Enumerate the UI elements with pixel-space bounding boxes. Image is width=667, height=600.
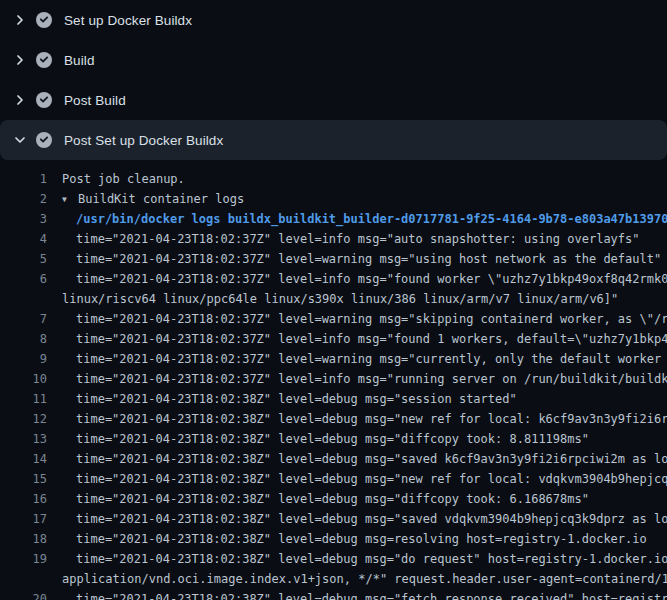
log-group-label[interactable]: BuildKit container logs — [78, 192, 244, 206]
log-line: 16time="2021-04-23T18:02:38Z" level=debu… — [0, 489, 667, 509]
log-line-number — [0, 569, 47, 589]
log-line-text: time="2021-04-23T18:02:38Z" level=debug … — [47, 409, 667, 429]
log-line: 8time="2021-04-23T18:02:37Z" level=info … — [0, 329, 667, 349]
log-line-text: time="2021-04-23T18:02:38Z" level=debug … — [47, 429, 667, 449]
check-circle-icon — [36, 12, 52, 28]
step-header-post-build[interactable]: Post Build — [0, 80, 667, 120]
check-circle-icon — [36, 132, 52, 148]
log-line-text: time="2021-04-23T18:02:38Z" level=debug … — [47, 449, 667, 469]
log-line-number[interactable]: 11 — [0, 389, 47, 409]
log-line-text: time="2021-04-23T18:02:37Z" level=warnin… — [47, 249, 667, 269]
log-line-number[interactable]: 7 — [0, 309, 47, 329]
log-line: 11time="2021-04-23T18:02:38Z" level=debu… — [0, 389, 667, 409]
log-line: 6time="2021-04-23T18:02:37Z" level=info … — [0, 269, 667, 289]
log-line-text: time="2021-04-23T18:02:38Z" level=debug … — [47, 589, 667, 600]
log-line-number[interactable]: 12 — [0, 409, 47, 429]
log-line-text: time="2021-04-23T18:02:37Z" level=info m… — [47, 369, 667, 389]
log-line: 14time="2021-04-23T18:02:38Z" level=debu… — [0, 449, 667, 469]
step-label: Build — [64, 53, 95, 68]
check-circle-icon — [36, 92, 52, 108]
log-line-text: time="2021-04-23T18:02:37Z" level=warnin… — [47, 349, 667, 369]
log-line-text: application/vnd.oci.image.index.v1+json,… — [47, 569, 667, 589]
log-line-text: /usr/bin/docker logs buildx_buildkit_bui… — [47, 209, 667, 229]
log-line-text: time="2021-04-23T18:02:38Z" level=debug … — [47, 469, 667, 489]
log-line-number[interactable]: 14 — [0, 449, 47, 469]
log-line-text: time="2021-04-23T18:02:37Z" level=info m… — [47, 329, 667, 349]
log-line-number[interactable]: 5 — [0, 249, 47, 269]
log-line-text: time="2021-04-23T18:02:38Z" level=debug … — [47, 529, 667, 549]
chevron-right-icon — [12, 92, 28, 108]
step-header-post-set-up-docker-buildx[interactable]: Post Set up Docker Buildx — [0, 120, 667, 160]
log-line-number[interactable]: 19 — [0, 549, 47, 569]
log-line-number[interactable]: 20 — [0, 589, 47, 600]
log-line: 13time="2021-04-23T18:02:38Z" level=debu… — [0, 429, 667, 449]
log-viewer: 1Post job cleanup.2▼BuildKit container l… — [0, 160, 667, 600]
check-circle-icon — [36, 52, 52, 68]
log-line: 2▼BuildKit container logs — [0, 189, 667, 209]
log-line-number[interactable]: 18 — [0, 529, 47, 549]
log-line: linux/riscv64 linux/ppc64le linux/s390x … — [0, 289, 667, 309]
log-line-number[interactable]: 6 — [0, 269, 47, 289]
log-line-text: time="2021-04-23T18:02:37Z" level=warnin… — [47, 309, 667, 329]
caret-down-icon[interactable]: ▼ — [62, 190, 78, 209]
log-line: 20time="2021-04-23T18:02:38Z" level=debu… — [0, 589, 667, 600]
step-header-build[interactable]: Build — [0, 40, 667, 80]
log-line-text: ▼BuildKit container logs — [47, 189, 667, 209]
log-line-text: linux/riscv64 linux/ppc64le linux/s390x … — [47, 289, 667, 309]
log-line: 3/usr/bin/docker logs buildx_buildkit_bu… — [0, 209, 667, 229]
log-line-text: time="2021-04-23T18:02:38Z" level=debug … — [47, 389, 667, 409]
log-line: 4time="2021-04-23T18:02:37Z" level=info … — [0, 229, 667, 249]
log-line: 18time="2021-04-23T18:02:38Z" level=debu… — [0, 529, 667, 549]
log-line-text: time="2021-04-23T18:02:37Z" level=info m… — [47, 269, 667, 289]
log-line-number[interactable]: 10 — [0, 369, 47, 389]
log-line-number[interactable]: 13 — [0, 429, 47, 449]
log-line-number[interactable]: 15 — [0, 469, 47, 489]
log-line-number[interactable]: 9 — [0, 349, 47, 369]
log-line: application/vnd.oci.image.index.v1+json,… — [0, 569, 667, 589]
step-header-set-up-docker-buildx[interactable]: Set up Docker Buildx — [0, 0, 667, 40]
log-line-number[interactable]: 16 — [0, 489, 47, 509]
log-line: 15time="2021-04-23T18:02:38Z" level=debu… — [0, 469, 667, 489]
log-line-text: time="2021-04-23T18:02:37Z" level=info m… — [47, 229, 667, 249]
log-line: 17time="2021-04-23T18:02:38Z" level=debu… — [0, 509, 667, 529]
chevron-right-icon — [12, 12, 28, 28]
log-line-number[interactable]: 4 — [0, 229, 47, 249]
log-line: 9time="2021-04-23T18:02:37Z" level=warni… — [0, 349, 667, 369]
log-line: 10time="2021-04-23T18:02:37Z" level=info… — [0, 369, 667, 389]
chevron-down-icon — [12, 132, 28, 148]
log-line-text: Post job cleanup. — [47, 169, 667, 189]
log-line: 19time="2021-04-23T18:02:38Z" level=debu… — [0, 549, 667, 569]
chevron-right-icon — [12, 52, 28, 68]
workflow-steps-list: Set up Docker Buildx Build Post Build Po… — [0, 0, 667, 160]
step-label: Set up Docker Buildx — [64, 13, 192, 28]
step-label: Post Set up Docker Buildx — [64, 133, 223, 148]
log-line-number[interactable]: 17 — [0, 509, 47, 529]
log-line: 7time="2021-04-23T18:02:37Z" level=warni… — [0, 309, 667, 329]
log-line: 5time="2021-04-23T18:02:37Z" level=warni… — [0, 249, 667, 269]
log-line-text: time="2021-04-23T18:02:38Z" level=debug … — [47, 549, 667, 569]
log-line-number[interactable]: 3 — [0, 209, 47, 229]
log-line: 1Post job cleanup. — [0, 169, 667, 189]
log-line-number[interactable]: 1 — [0, 169, 47, 189]
log-line-text: time="2021-04-23T18:02:38Z" level=debug … — [47, 489, 667, 509]
log-line-number[interactable]: 2 — [0, 189, 47, 209]
log-line-number — [0, 289, 47, 309]
log-line: 12time="2021-04-23T18:02:38Z" level=debu… — [0, 409, 667, 429]
log-line-number[interactable]: 8 — [0, 329, 47, 349]
log-line-text: time="2021-04-23T18:02:38Z" level=debug … — [47, 509, 667, 529]
step-label: Post Build — [64, 93, 126, 108]
